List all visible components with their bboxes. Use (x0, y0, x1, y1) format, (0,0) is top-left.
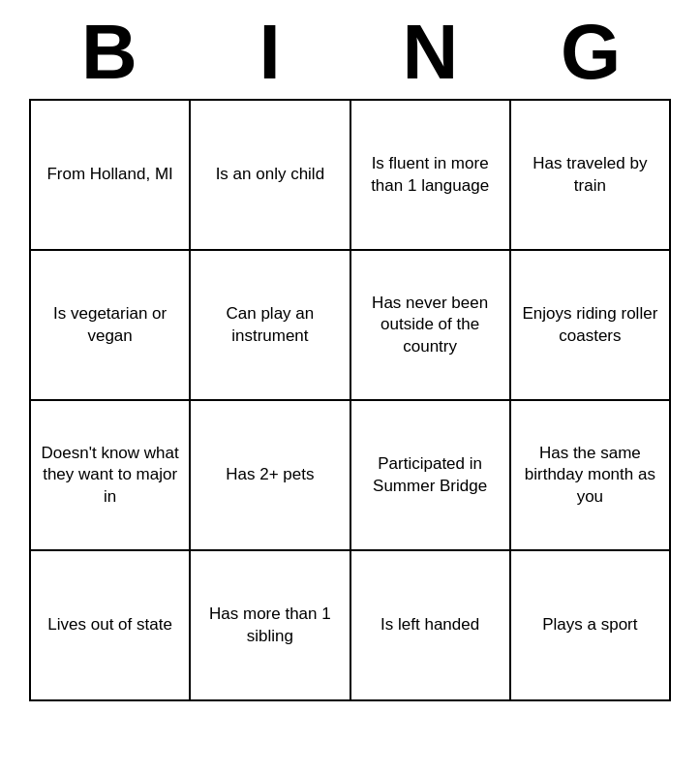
cell-5[interactable]: Can play an instrument (191, 251, 350, 401)
cell-0[interactable]: From Holland, MI (31, 101, 191, 251)
bingo-card: B I N G From Holland, MI Is an only chil… (0, 0, 700, 721)
cell-8[interactable]: Doesn't know what they want to major in (31, 401, 191, 551)
cell-11[interactable]: Has the same birthday month as you (511, 401, 671, 551)
cell-9[interactable]: Has 2+ pets (191, 401, 350, 551)
cell-15[interactable]: Plays a sport (511, 551, 671, 701)
cell-4[interactable]: Is vegetarian or vegan (31, 251, 191, 401)
cell-14[interactable]: Is left handed (351, 551, 511, 701)
cell-6[interactable]: Has never been outside of the country (351, 251, 511, 401)
bingo-header: B I N G (29, 10, 671, 95)
cell-1[interactable]: Is an only child (191, 101, 350, 251)
letter-n: N (350, 10, 511, 95)
cell-12[interactable]: Lives out of state (31, 551, 191, 701)
cell-10[interactable]: Participated in Summer Bridge (351, 401, 511, 551)
cell-2[interactable]: Is fluent in more than 1 language (351, 101, 511, 251)
letter-b: B (29, 10, 190, 95)
bingo-grid: From Holland, MI Is an only child Is flu… (29, 99, 671, 701)
cell-3[interactable]: Has traveled by train (511, 101, 671, 251)
cell-7[interactable]: Enjoys riding roller coasters (511, 251, 671, 401)
letter-i: I (190, 10, 350, 95)
letter-g: G (510, 10, 671, 95)
cell-13[interactable]: Has more than 1 sibling (191, 551, 350, 701)
